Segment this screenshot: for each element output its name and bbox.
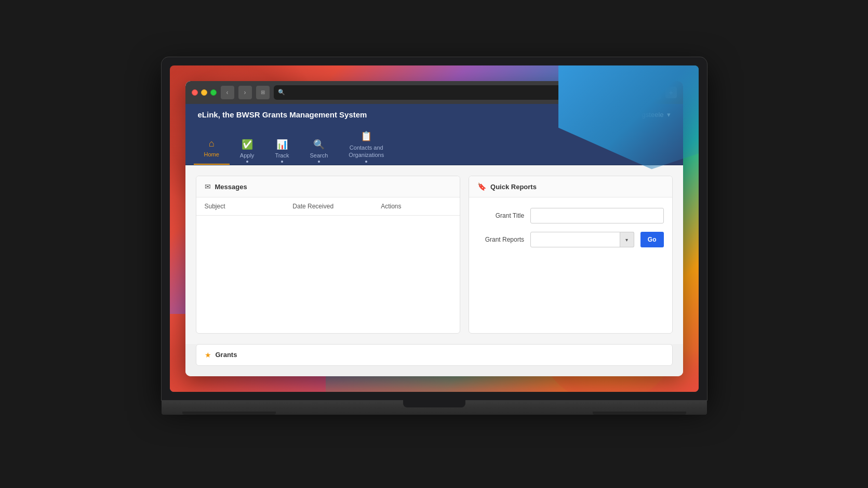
traffic-lights (192, 89, 217, 96)
nav-item-apply[interactable]: ✅ Apply (230, 134, 265, 165)
browser-chrome: ‹ › ⊞ 🔍 ↺ ⬆ (185, 81, 683, 104)
back-button[interactable]: ‹ (221, 86, 234, 99)
messages-table-header: Subject Date Received Actions (196, 197, 460, 216)
add-bookmark-icon: ⊕ (652, 89, 657, 96)
app-content: eLink, the BWSR Grants Management System… (185, 104, 683, 376)
grant-reports-label: Grant Reports (477, 236, 524, 243)
quick-reports-panel-header: 🔖 Quick Reports (469, 176, 672, 197)
apply-icon: ✅ (242, 139, 253, 150)
track-icon: 📊 (276, 139, 288, 150)
search-dropdown-dot (318, 161, 320, 163)
address-bar[interactable]: 🔍 ↺ (274, 85, 627, 100)
forward-button[interactable]: › (238, 86, 252, 99)
browser-actions: ⬆ ⊕ (631, 86, 661, 99)
col-subject: Subject (205, 203, 293, 210)
app-navigation: ⌂ Home ✅ Apply 📊 Track (185, 125, 683, 166)
app-title: eLink, the BWSR Grants Management System (198, 110, 367, 119)
nav-label-search: Search (310, 152, 328, 159)
grants-star-icon: ★ (205, 351, 211, 359)
quick-reports-content: Grant Title Grant Reports (469, 197, 672, 258)
home-icon: ⌂ (209, 138, 215, 149)
forward-icon: › (244, 89, 246, 96)
address-input[interactable] (288, 89, 615, 96)
laptop-foot-left (182, 412, 276, 415)
minimize-button[interactable] (201, 89, 207, 96)
contacts-dropdown-dot (365, 161, 367, 163)
user-dropdown-icon: ▾ (667, 111, 671, 118)
address-search-icon: 🔍 (278, 89, 285, 96)
close-button[interactable] (192, 89, 198, 96)
browser-window: ‹ › ⊞ 🔍 ↺ ⬆ (185, 81, 683, 376)
grant-title-input[interactable] (530, 208, 663, 223)
new-tab-button[interactable]: + (665, 87, 677, 98)
reload-button[interactable]: ↺ (618, 89, 623, 96)
quick-reports-bookmark-icon: 🔖 (477, 182, 486, 191)
app-header: eLink, the BWSR Grants Management System… (185, 104, 683, 125)
messages-envelope-icon: ✉ (205, 182, 211, 191)
share-button[interactable]: ⬆ (631, 86, 645, 99)
laptop-foot-right (593, 412, 686, 415)
messages-panel-title: Messages (215, 183, 247, 191)
select-dropdown-arrow[interactable]: ▾ (620, 232, 634, 247)
plus-icon: + (669, 88, 673, 97)
tabs-icon: ⊞ (261, 89, 265, 95)
track-dropdown-dot (281, 161, 283, 163)
laptop-base (162, 400, 707, 415)
nav-label-contacts: Contacts andOrganizations (349, 144, 384, 159)
grant-title-label: Grant Title (477, 212, 524, 219)
add-bookmark-button[interactable]: ⊕ (648, 86, 661, 99)
messages-table-body (196, 216, 460, 333)
quick-reports-panel-title: Quick Reports (490, 183, 537, 191)
contacts-icon: 📋 (360, 130, 372, 142)
grant-reports-select[interactable] (530, 232, 634, 247)
nav-item-home[interactable]: ⌂ Home (194, 133, 230, 165)
messages-panel-header: ✉ Messages (196, 176, 460, 197)
desktop-background: ‹ › ⊞ 🔍 ↺ ⬆ (170, 65, 699, 392)
apply-dropdown-dot (246, 161, 248, 163)
search-icon: 🔍 (313, 139, 325, 150)
back-icon: ‹ (226, 89, 229, 96)
nav-label-track: Track (275, 152, 289, 159)
go-button[interactable]: Go (640, 232, 664, 247)
laptop-notch (403, 400, 465, 407)
nav-item-search[interactable]: 🔍 Search (299, 134, 338, 165)
user-menu[interactable]: 👤 gsteele ▾ (631, 111, 671, 118)
grant-reports-row: Grant Reports ▾ Go (477, 232, 663, 247)
main-content: ✉ Messages Subject Date Received Actions (185, 165, 683, 344)
maximize-button[interactable] (210, 89, 217, 96)
nav-item-track[interactable]: 📊 Track (264, 134, 299, 165)
grants-section: ★ Grants (196, 344, 673, 366)
col-actions: Actions (381, 203, 451, 210)
nav-item-contacts[interactable]: 📋 Contacts andOrganizations (338, 125, 394, 165)
grants-section-title: Grants (216, 351, 237, 359)
nav-label-home: Home (204, 151, 219, 157)
screen-bezel: ‹ › ⊞ 🔍 ↺ ⬆ (162, 57, 707, 400)
share-icon: ⬆ (635, 89, 640, 96)
user-icon: 👤 (631, 111, 639, 118)
grants-header: ★ Grants (196, 345, 672, 365)
nav-label-apply: Apply (240, 152, 255, 159)
quick-reports-panel: 🔖 Quick Reports Grant Title Grant Report… (469, 176, 672, 333)
grant-title-row: Grant Title (477, 208, 663, 223)
tab-switcher-button[interactable]: ⊞ (256, 86, 270, 99)
col-date-received: Date Received (292, 203, 381, 210)
laptop-shell: ‹ › ⊞ 🔍 ↺ ⬆ (149, 57, 720, 431)
username: gsteele (642, 111, 664, 118)
messages-panel: ✉ Messages Subject Date Received Actions (196, 176, 461, 333)
grant-reports-select-wrapper: ▾ (530, 232, 634, 247)
